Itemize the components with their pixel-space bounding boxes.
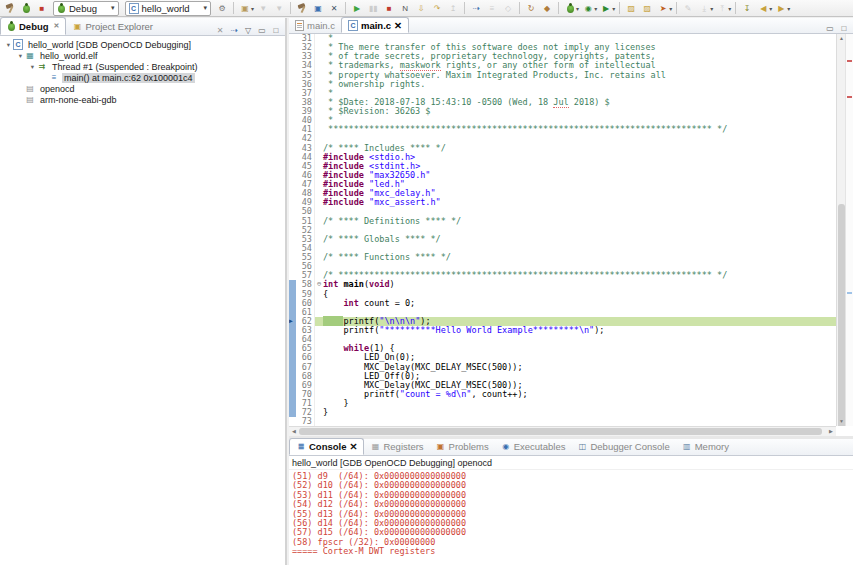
flash-tool-button[interactable]: ✕	[326, 1, 342, 15]
ruler-column[interactable]	[289, 61, 296, 70]
minimize-button[interactable]: ▭	[825, 23, 835, 33]
expander-icon[interactable]: ▾	[4, 41, 13, 49]
ruler-column[interactable]	[289, 244, 296, 253]
expander-icon[interactable]: ▾	[28, 63, 37, 71]
minimize-button[interactable]: ▭	[257, 25, 267, 35]
tab-debugger-console[interactable]: ◫Debugger Console	[571, 438, 675, 455]
ruler-column[interactable]	[289, 153, 296, 162]
ruler-column[interactable]	[289, 43, 296, 52]
ruler-column[interactable]	[289, 198, 296, 207]
tab-debug[interactable]: Debug✕	[0, 17, 66, 35]
tab-console[interactable]: ≣Console✕	[289, 438, 364, 455]
ruler-column[interactable]	[289, 253, 296, 262]
range-indicator[interactable]	[289, 372, 296, 381]
ruler-column[interactable]	[289, 226, 296, 235]
vertical-scrollbar[interactable]: ▲ ▼	[836, 34, 845, 426]
project-combo[interactable]: Chello_world▾	[125, 1, 212, 16]
tree-item[interactable]: ▤openocd	[0, 83, 285, 94]
terminate-button[interactable]: ■	[381, 1, 397, 15]
range-indicator[interactable]	[289, 353, 296, 362]
range-indicator[interactable]	[289, 399, 296, 408]
ruler-column[interactable]	[289, 207, 296, 216]
view-menu-button[interactable]: ▽	[243, 25, 253, 35]
code-editor[interactable]: 31 *32 * The mere transfer of this softw…	[289, 34, 836, 426]
resume-button[interactable]: ▶	[349, 1, 365, 15]
range-indicator[interactable]	[289, 344, 296, 353]
build-button[interactable]	[2, 1, 18, 15]
instruction-stepping-toggle[interactable]: ⇢	[229, 25, 239, 35]
ruler-column[interactable]	[289, 71, 296, 80]
terminate-launch-button[interactable]: ■	[34, 1, 50, 15]
disconnect-button[interactable]: N	[397, 1, 413, 15]
tree-item[interactable]: ▾Chello_world [GDB OpenOCD Debugging]	[0, 39, 285, 50]
ruler-column[interactable]	[289, 144, 296, 153]
ruler-column[interactable]	[289, 262, 296, 271]
overview-mark[interactable]	[847, 292, 852, 294]
range-indicator[interactable]	[289, 326, 296, 335]
ruler-column[interactable]	[289, 34, 296, 43]
ruler-column[interactable]	[289, 171, 296, 180]
range-indicator[interactable]: ▶	[289, 317, 296, 326]
target-console-button[interactable]: ▣	[310, 1, 326, 15]
debug-config-combo[interactable]: Debug▾	[53, 1, 119, 16]
scroll-right-icon[interactable]: ▶	[826, 427, 836, 436]
dropdown-arrow-icon[interactable]: ▾	[612, 5, 615, 12]
overview-mark[interactable]	[847, 60, 852, 62]
ruler-column[interactable]	[289, 134, 296, 143]
step-over-button[interactable]: ↷	[429, 1, 445, 15]
build-all-button[interactable]	[294, 1, 310, 15]
overview-ruler[interactable]	[845, 34, 853, 426]
range-indicator[interactable]	[289, 280, 296, 289]
debug-tree[interactable]: ▾Chello_world [GDB OpenOCD Debugging]▾▦h…	[0, 36, 285, 105]
close-icon[interactable]: ✕	[394, 20, 402, 31]
close-icon[interactable]: ✕	[349, 441, 357, 452]
last-edit-location-button[interactable]: ↧	[739, 1, 755, 15]
ruler-column[interactable]	[289, 98, 296, 107]
overview-mark[interactable]	[847, 96, 852, 98]
ruler-column[interactable]	[289, 80, 296, 89]
debug-button[interactable]	[18, 1, 34, 15]
horizontal-scrollbar[interactable]: ◀ ▶	[289, 426, 836, 436]
range-indicator[interactable]	[289, 299, 296, 308]
tab-memory[interactable]: ▥Memory	[676, 438, 735, 455]
ruler-column[interactable]	[289, 235, 296, 244]
tree-item[interactable]: ▾▦hello_world.elf	[0, 50, 285, 61]
dropdown-arrow-icon[interactable]: ▾	[669, 5, 672, 12]
open-workspace-folder-button[interactable]: ▨	[639, 1, 655, 15]
tab-project-explorer[interactable]: ▣Project Explorer	[66, 17, 159, 35]
tab-executables[interactable]: ◉Executables	[495, 438, 572, 455]
instruction-stepping-button[interactable]: ⇢	[468, 1, 484, 15]
profile-button[interactable]: ◆	[539, 1, 555, 15]
tree-item[interactable]: ▤arm-none-eabi-gdb	[0, 94, 285, 105]
step-into-button[interactable]: ⇩	[413, 1, 429, 15]
dropdown-arrow-icon[interactable]: ▾	[594, 5, 597, 12]
tree-item[interactable]: ▾⇉Thread #1 (Suspended : Breakpoint)	[0, 61, 285, 72]
console-output[interactable]: (51) d9 (/64): 0x0000000000000000(52) d1…	[289, 470, 853, 557]
maximize-button[interactable]: □	[271, 25, 281, 35]
horizontal-scroll-thumb[interactable]	[299, 428, 822, 435]
dropdown-arrow-icon[interactable]: ▾	[251, 5, 254, 12]
ruler-column[interactable]	[289, 116, 296, 125]
ruler-column[interactable]	[289, 107, 296, 116]
ruler-column[interactable]	[289, 180, 296, 189]
range-indicator[interactable]	[289, 290, 296, 299]
open-project-folder-button[interactable]: ▨	[623, 1, 639, 15]
ruler-column[interactable]	[289, 189, 296, 198]
ruler-column[interactable]	[289, 162, 296, 171]
range-indicator[interactable]	[289, 381, 296, 390]
range-indicator[interactable]	[289, 408, 296, 417]
ruler-column[interactable]	[289, 217, 296, 226]
dropdown-arrow-icon[interactable]: ▾	[787, 5, 790, 12]
tree-item[interactable]: ≡main() at main.c:62 0x100001c4	[0, 72, 285, 83]
range-indicator[interactable]	[289, 390, 296, 399]
dropdown-arrow-icon[interactable]: ▾	[769, 5, 772, 12]
tab-registers[interactable]: ▦Registers	[364, 438, 429, 455]
ruler-column[interactable]	[289, 271, 296, 280]
ruler-column[interactable]	[289, 89, 296, 98]
close-icon[interactable]: ✕	[54, 22, 60, 30]
ruler-column[interactable]	[289, 125, 296, 134]
range-indicator[interactable]	[289, 308, 296, 317]
dropdown-arrow-icon[interactable]: ▾	[576, 5, 579, 12]
ruler-column[interactable]	[289, 417, 296, 426]
maximize-button[interactable]: □	[839, 23, 849, 33]
